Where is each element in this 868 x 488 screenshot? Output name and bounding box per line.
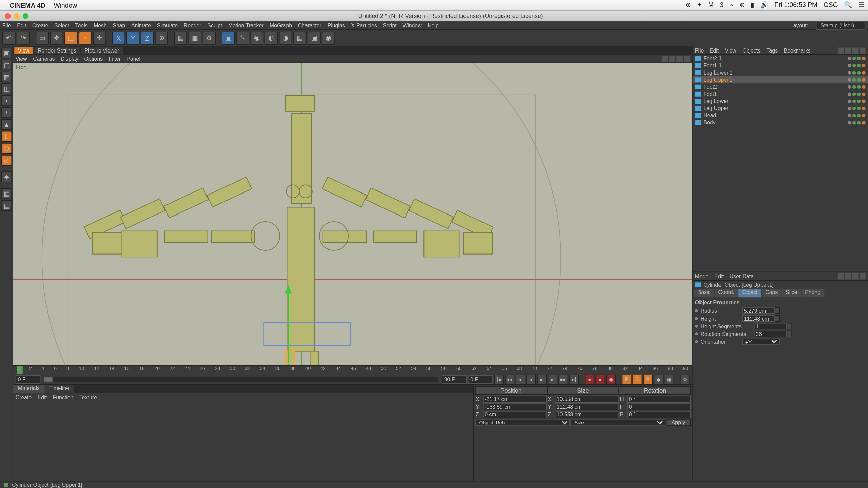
layer-dot[interactable] <box>848 114 851 118</box>
menu-mograph[interactable]: MoGraph <box>270 22 292 28</box>
play-backward[interactable]: ◂ <box>526 374 536 384</box>
goto-prev-key[interactable]: ◂◂ <box>505 374 514 384</box>
scale-tool[interactable]: ◫ <box>64 31 78 44</box>
layer-dot[interactable] <box>848 71 851 75</box>
layer-dot[interactable] <box>848 100 851 103</box>
object-item[interactable]: Leg Lower.1 <box>693 69 868 76</box>
object-list[interactable]: Foot2.1 Foot1.1 Leg Lower.1 Leg Upper.1 <box>693 55 868 272</box>
layer-dot[interactable] <box>848 92 851 96</box>
visibility-editor-dot[interactable] <box>852 100 856 103</box>
visibility-render-dot[interactable] <box>857 92 861 96</box>
move-tool[interactable]: ✥ <box>50 31 63 44</box>
menu-file[interactable]: File <box>2 22 11 28</box>
goto-start[interactable]: |◂ <box>494 374 504 384</box>
am-nav-back[interactable] <box>838 273 844 279</box>
rot-h-field[interactable] <box>627 395 691 403</box>
frame-current-field[interactable] <box>468 375 493 384</box>
pos-x-field[interactable] <box>483 395 547 403</box>
mat-menu-texture[interactable]: Texture <box>79 394 97 401</box>
size-y-field[interactable] <box>555 403 619 410</box>
z-axis-lock[interactable]: Z <box>141 31 154 44</box>
height-field[interactable] <box>742 315 775 322</box>
visibility-render-dot[interactable] <box>857 57 861 60</box>
generator-tool[interactable]: ◐ <box>265 31 278 44</box>
phong-tag-icon[interactable] <box>862 64 866 67</box>
rseg-field[interactable] <box>754 331 787 337</box>
menu-xparticles[interactable]: X-Particles <box>351 22 377 28</box>
radius-spinner[interactable] <box>775 307 780 314</box>
mac-app-name[interactable]: CINEMA 4D <box>9 1 45 8</box>
visibility-editor-dot[interactable] <box>852 92 856 96</box>
tab-render-settings[interactable]: Render Settings <box>34 47 80 54</box>
om-menu-bookmarks[interactable]: Bookmarks <box>784 47 811 54</box>
am-nav-lock[interactable] <box>860 273 866 279</box>
point-mode[interactable]: • <box>1 95 12 106</box>
visibility-render-dot[interactable] <box>857 64 861 67</box>
vp-nav-icon[interactable] <box>676 56 683 62</box>
object-item[interactable]: Foot2 <box>693 83 868 90</box>
size-x-field[interactable] <box>555 395 619 403</box>
menu-select[interactable]: Select <box>54 22 69 28</box>
rot-p-field[interactable] <box>627 403 691 410</box>
layer-dot[interactable] <box>848 85 851 89</box>
am-menu-mode[interactable]: Mode <box>695 273 709 279</box>
vp-menu-display[interactable]: Display <box>61 56 78 62</box>
om-menu-view[interactable]: View <box>725 47 736 54</box>
attr-tab-basic[interactable]: Basic <box>694 289 714 298</box>
visibility-render-dot[interactable] <box>857 78 861 82</box>
undo-button[interactable]: ↶ <box>2 31 16 44</box>
vp-menu-view[interactable]: View <box>16 56 27 62</box>
viewport-solo[interactable]: ◈ <box>1 171 12 182</box>
light-tool[interactable]: ◉ <box>322 31 335 44</box>
phong-tag-icon[interactable] <box>862 100 866 103</box>
layer-dot[interactable] <box>848 64 851 67</box>
pla-key-toggle[interactable]: ▦ <box>665 374 674 384</box>
layer-dot[interactable] <box>848 57 851 60</box>
hseg-spinner[interactable] <box>787 323 792 329</box>
visibility-editor-dot[interactable] <box>852 114 856 118</box>
om-menu-file[interactable]: File <box>695 47 704 54</box>
om-menu-edit[interactable]: Edit <box>710 47 719 54</box>
object-item[interactable]: Foot2.1 <box>693 55 868 62</box>
viewport-front[interactable]: Front <box>13 63 692 365</box>
menu-animate[interactable]: Animate <box>131 22 151 28</box>
attr-tab-slice[interactable]: Slice <box>782 289 801 298</box>
menu-simulate[interactable]: Simulate <box>157 22 178 28</box>
layout-dropdown[interactable]: Startup (User) <box>816 21 866 29</box>
x-axis-lock[interactable]: X <box>112 31 125 44</box>
menu-render[interactable]: Render <box>184 22 201 28</box>
last-tool[interactable]: ✢ <box>93 31 106 44</box>
pos-z-field[interactable] <box>483 411 547 418</box>
visibility-editor-dot[interactable] <box>852 107 856 110</box>
mat-menu-create[interactable]: Create <box>16 394 32 401</box>
object-item[interactable]: Head <box>693 112 868 119</box>
am-menu-userdata[interactable]: User Data <box>730 273 754 279</box>
height-spinner[interactable] <box>775 315 780 322</box>
am-menu-edit[interactable]: Edit <box>714 273 724 279</box>
vp-nav-icon[interactable] <box>662 56 668 62</box>
autokey[interactable]: ● <box>595 374 605 384</box>
model-mode[interactable]: ▢ <box>1 60 12 70</box>
visibility-editor-dot[interactable] <box>852 78 856 82</box>
menu-window[interactable]: Window <box>402 22 421 28</box>
visibility-render-dot[interactable] <box>857 85 861 89</box>
timeline-slider[interactable] <box>44 377 438 382</box>
menu-script[interactable]: Script <box>383 22 396 28</box>
goto-next-key[interactable]: ▸▸ <box>558 374 568 384</box>
om-menu-tags[interactable]: Tags <box>767 47 778 54</box>
menubar-extra-icon[interactable]: M <box>708 1 714 9</box>
workplane-mode[interactable]: ◫ <box>1 83 12 94</box>
visibility-editor-dot[interactable] <box>852 57 856 60</box>
layer-dot[interactable] <box>848 107 851 110</box>
menu-plugins[interactable]: Plugins <box>328 22 345 28</box>
menu-tools[interactable]: Tools <box>75 22 88 28</box>
om-menu-objects[interactable]: Objects <box>742 47 761 54</box>
coord-apply-button[interactable]: Apply <box>666 419 691 426</box>
vp-nav-icon[interactable] <box>669 56 675 62</box>
rseg-spinner[interactable] <box>787 331 792 337</box>
deformer-tool[interactable]: ◑ <box>279 31 292 44</box>
menu-snap[interactable]: Snap <box>113 22 125 28</box>
next-frame[interactable]: ▸ <box>548 374 557 384</box>
mat-menu-edit[interactable]: Edit <box>38 394 47 401</box>
visibility-render-dot[interactable] <box>857 107 861 110</box>
